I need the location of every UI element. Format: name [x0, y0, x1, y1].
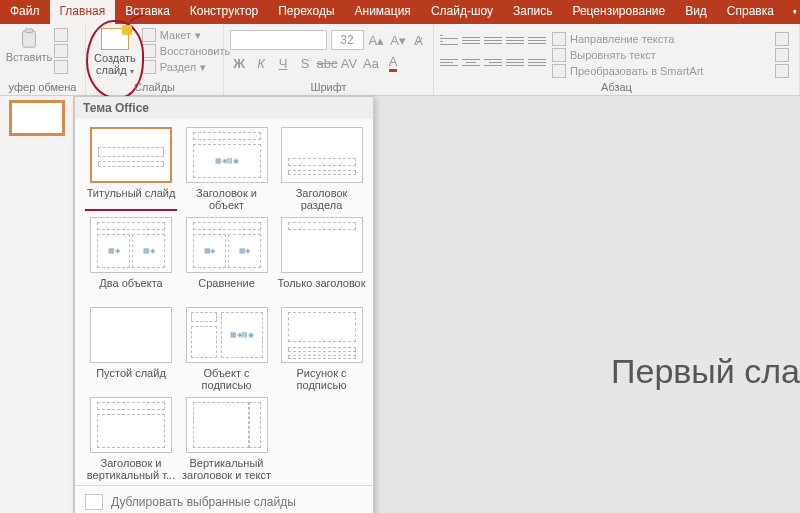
align-left-button[interactable]: [440, 54, 458, 70]
format-painter-icon[interactable]: [54, 60, 68, 74]
char-spacing-button[interactable]: AV: [340, 54, 358, 72]
tab-slideshow[interactable]: Слайд-шоу: [421, 0, 503, 24]
chevron-down-icon: ▾: [130, 67, 134, 76]
shadow-button[interactable]: S: [296, 54, 314, 72]
layout-thumb: ▦◈▦◈: [186, 217, 268, 273]
font-family-combo[interactable]: [230, 30, 327, 50]
layout-compare[interactable]: ▦◈▦◈Сравнение: [181, 217, 272, 301]
tab-design[interactable]: Конструктор: [180, 0, 268, 24]
decrease-indent-button[interactable]: [484, 32, 502, 48]
strikethrough-button[interactable]: abc: [318, 54, 336, 72]
tab-file[interactable]: Файл: [0, 0, 50, 24]
clear-format-icon[interactable]: A̷: [411, 31, 427, 49]
new-slide-gallery: Тема Office Титульный слайд▦◈▤◉Заголовок…: [74, 96, 374, 513]
smartart-button[interactable]: Преобразовать в SmartArt: [552, 64, 703, 78]
layout-only-title[interactable]: Только заголовок: [276, 217, 367, 301]
layout-picture[interactable]: Рисунок с подписью: [276, 307, 367, 391]
bullets-button[interactable]: [440, 32, 458, 48]
layout-two[interactable]: ▦◈▦◈Два объекта: [85, 217, 177, 301]
gallery-header: Тема Office: [75, 97, 373, 119]
layout-label: Заголовок и вертикальный т...: [85, 457, 177, 481]
cut-icon[interactable]: [54, 28, 68, 42]
bold-button[interactable]: Ж: [230, 54, 248, 72]
change-case-button[interactable]: Aa: [362, 54, 380, 72]
tab-home[interactable]: Главная: [50, 0, 116, 24]
align-text-icon: [552, 48, 566, 62]
tab-help[interactable]: Справка: [717, 0, 784, 24]
layout-thumb: ▦◈▤◉: [186, 307, 268, 363]
decrease-font-icon[interactable]: A▾: [389, 31, 407, 49]
layout-label: Заголовок и объект: [181, 187, 272, 211]
layout-label: Вертикальный заголовок и текст: [181, 457, 272, 481]
layout-thumb: [90, 127, 172, 183]
layout-content[interactable]: ▦◈▤◉Заголовок и объект: [181, 127, 272, 211]
restore-button[interactable]: Восстановить: [142, 44, 230, 58]
layout-button[interactable]: Макет ▾: [142, 28, 230, 42]
tab-animations[interactable]: Анимация: [345, 0, 421, 24]
duplicate-slides-item[interactable]: Дублировать выбранные слайды: [75, 490, 373, 513]
align-right-button[interactable]: [484, 54, 502, 70]
group-paragraph: Направление текста Выровнять текст Преоб…: [434, 24, 800, 95]
section-button[interactable]: Раздел ▾: [142, 60, 230, 74]
justify-button[interactable]: [506, 54, 524, 70]
arrange-icon[interactable]: [775, 48, 789, 62]
group-slides: Создатьслайд ▾ Макет ▾ Восстановить Разд…: [86, 24, 224, 95]
quick-styles-icon[interactable]: [775, 64, 789, 78]
section-icon: [142, 60, 156, 74]
tab-review[interactable]: Рецензирование: [562, 0, 675, 24]
lightbulb-icon: [792, 5, 798, 19]
align-center-button[interactable]: [462, 54, 480, 70]
layout-blank[interactable]: Пустой слайд: [85, 307, 177, 391]
underline-button[interactable]: Ч: [274, 54, 292, 72]
increase-font-icon[interactable]: A▴: [368, 31, 386, 49]
layout-label: Пустой слайд: [96, 367, 166, 391]
gallery-footer: Дублировать выбранные слайды Слайды из с…: [75, 485, 373, 513]
slide-thumbnail-1[interactable]: [11, 102, 63, 134]
layout-thumb: [281, 127, 363, 183]
layout-title[interactable]: Титульный слайд: [85, 127, 177, 211]
layout-label: Только заголовок: [277, 277, 365, 301]
increase-indent-button[interactable]: [506, 32, 524, 48]
layout-caption[interactable]: ▦◈▤◉Объект с подписью: [181, 307, 272, 391]
layout-thumb: [281, 217, 363, 273]
line-spacing-button[interactable]: [528, 32, 546, 48]
text-direction-button[interactable]: Направление текста: [552, 32, 703, 46]
layout-vtitle[interactable]: Вертикальный заголовок и текст: [181, 397, 272, 481]
restore-icon: [142, 44, 156, 58]
slide-title-text: Первый сла: [611, 352, 800, 391]
font-group-label: Шрифт: [224, 81, 433, 93]
tab-record[interactable]: Запись: [503, 0, 562, 24]
copy-icon[interactable]: [54, 44, 68, 58]
ribbon-tabs: Файл Главная Вставка Конструктор Переход…: [0, 0, 800, 24]
shapes-icon[interactable]: [775, 32, 789, 46]
italic-button[interactable]: К: [252, 54, 270, 72]
duplicate-icon: [85, 494, 103, 510]
layout-thumb: ▦◈▤◉: [186, 127, 268, 183]
font-color-button[interactable]: A: [384, 54, 402, 72]
layout-thumb: ▦◈▦◈: [90, 217, 172, 273]
tab-insert[interactable]: Вставка: [115, 0, 180, 24]
layout-thumb: [281, 307, 363, 363]
tell-me[interactable]: Что вы хотите сдела: [784, 0, 800, 24]
layout-vtext[interactable]: Заголовок и вертикальный т...: [85, 397, 177, 481]
align-text-button[interactable]: Выровнять текст: [552, 48, 703, 62]
layout-label: Два объекта: [99, 277, 162, 301]
layout-label: Объект с подписью: [181, 367, 272, 391]
tab-view[interactable]: Вид: [675, 0, 717, 24]
ribbon: Вставить уфер обмена Создатьслайд ▾ Маке…: [0, 24, 800, 96]
columns-button[interactable]: [528, 54, 546, 70]
slides-group-label: Слайды: [86, 81, 223, 93]
layout-section[interactable]: Заголовок раздела: [276, 127, 367, 211]
tab-transitions[interactable]: Переходы: [268, 0, 344, 24]
slide-thumbnail-panel: [0, 96, 74, 513]
group-clipboard: Вставить уфер обмена: [0, 24, 86, 95]
new-slide-icon: [101, 28, 129, 50]
layout-icon: [142, 28, 156, 42]
font-size-combo[interactable]: 32: [331, 30, 364, 50]
numbering-button[interactable]: [462, 32, 480, 48]
annotation-underline: [85, 209, 177, 211]
group-font: 32 A▴ A▾ A̷ Ж К Ч S abc AV Aa A Шрифт: [224, 24, 434, 95]
layout-label: Титульный слайд: [87, 187, 176, 211]
layout-thumb: [186, 397, 268, 453]
layout-thumb: [90, 307, 172, 363]
